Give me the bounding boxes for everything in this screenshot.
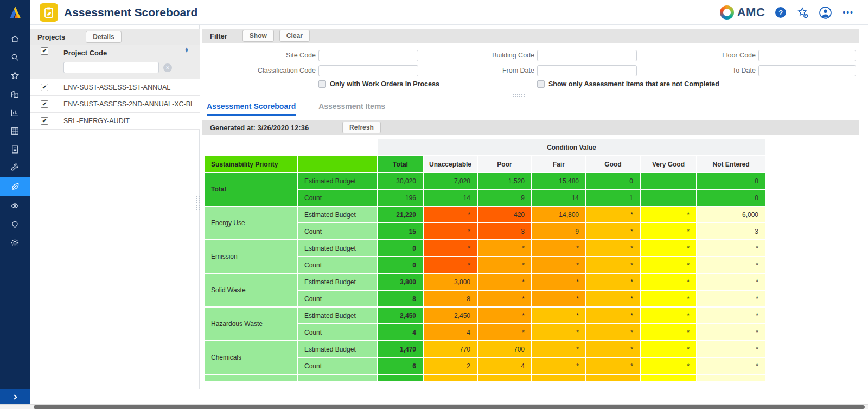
scoreboard-cell: 14,800 — [532, 207, 585, 222]
scoreboard-cell: 0 — [697, 190, 765, 206]
sidebar-item-search[interactable] — [0, 48, 30, 66]
scoreboard-cell: * — [697, 341, 765, 357]
scoreboard-cell: 420 — [478, 207, 531, 222]
tab-assessment-scoreboard[interactable]: Assessment Scoreboard — [207, 102, 296, 116]
project-row[interactable]: ✔ SRL-ENERGY-AUDIT — [30, 113, 200, 130]
select-all-checkbox[interactable]: ✔ — [41, 47, 48, 55]
app-logo[interactable] — [0, 0, 30, 25]
scoreboard-cell: 21,220 — [378, 207, 423, 222]
to-date-label: To Date — [663, 67, 756, 74]
sort-icon[interactable]: ▲ ▼ — [184, 48, 189, 53]
gear-icon — [10, 238, 20, 247]
scoreboard-cell: * — [424, 207, 477, 222]
scoreboard-cell: 2,450 — [378, 308, 423, 323]
scrollbar-thumb[interactable] — [34, 405, 865, 409]
sidebar-item-home[interactable] — [0, 29, 30, 48]
sidebar-item-buildings[interactable] — [0, 85, 30, 103]
scoreboard-cell: 9 — [532, 223, 585, 239]
sidebar-item-documents[interactable] — [0, 140, 30, 158]
scoreboard-cell: 6 — [378, 358, 423, 374]
lightbulb-icon — [10, 220, 20, 229]
project-row[interactable]: ✔ ENV-SUST-ASSESS-2ND-ANNUAL-XC-BL — [30, 96, 200, 113]
projects-header: Projects Details — [30, 29, 200, 45]
scoreboard-cell: * — [478, 308, 531, 323]
scoreboard-cell: 0 — [378, 240, 423, 256]
site-code-input[interactable] — [318, 50, 418, 61]
chevron-right-icon — [12, 394, 18, 400]
column-header-fair: Fair — [532, 156, 585, 172]
project-code: ENV-SUST-ASSESS-1ST-ANNUAL — [63, 84, 170, 91]
sidebar-item-insights[interactable] — [0, 215, 30, 233]
sidebar-item-favorites[interactable] — [0, 66, 30, 85]
scoreboard-cell: 15 — [378, 223, 423, 239]
building-code-label: Building Code — [442, 52, 534, 59]
row-checkbox[interactable]: ✔ — [41, 117, 48, 125]
metric-label: Estimated Budget — [298, 173, 377, 189]
metric-label: Count — [298, 358, 377, 374]
sidebar-item-sustainability[interactable] — [0, 177, 30, 196]
scoreboard-cell: 6,000 — [697, 207, 765, 222]
sidebar-item-reports[interactable] — [0, 103, 30, 122]
column-header-unacceptable: Unacceptable — [424, 156, 477, 172]
scoreboard-cell: * — [586, 358, 640, 374]
project-row[interactable]: ✔ ENV-SUST-ASSESS-1ST-ANNUAL — [30, 79, 200, 96]
scoreboard-cell: * — [641, 308, 696, 323]
scoreboard-cell: * — [478, 240, 531, 256]
not-completed-checkbox[interactable] — [537, 80, 545, 88]
scoreboard-cell: * — [586, 274, 640, 290]
scoreboard-cell — [641, 173, 696, 189]
scoreboard-cell: * — [532, 240, 585, 256]
sidebar-item-overview[interactable] — [0, 196, 30, 215]
tab-assessment-items[interactable]: Assessment Items — [318, 102, 385, 116]
clear-filter-icon[interactable]: ✕ — [163, 63, 172, 72]
project-code-filter-input[interactable] — [63, 62, 159, 73]
scoreboard-cell: * — [532, 257, 585, 273]
row-checkbox[interactable]: ✔ — [41, 100, 48, 108]
vertical-splitter-handle[interactable] — [196, 195, 201, 210]
horizontal-splitter-handle[interactable] — [512, 93, 526, 98]
sidebar-item-planner[interactable] — [0, 122, 30, 140]
priority-label: Emission — [205, 240, 297, 273]
scoreboard-table: Condition Value Sustainability Priority … — [203, 138, 766, 382]
more-icon[interactable]: ••• — [843, 8, 854, 17]
to-date-input[interactable] — [758, 65, 856, 76]
refresh-button[interactable]: Refresh — [342, 122, 381, 133]
metric-label: Estimated Budget — [298, 308, 377, 323]
star-add-icon[interactable] — [796, 7, 808, 18]
scoreboard-cell: * — [641, 274, 696, 290]
sidebar-item-maintenance[interactable] — [0, 158, 30, 177]
user-icon[interactable] — [819, 6, 832, 20]
details-button[interactable]: Details — [86, 31, 121, 43]
classification-code-input[interactable] — [318, 65, 418, 76]
floor-code-input[interactable] — [758, 50, 856, 61]
scoreboard-cell: * — [641, 358, 696, 374]
wrench-icon — [10, 163, 20, 172]
metric-label: Count — [298, 257, 377, 273]
building-code-input[interactable] — [537, 50, 637, 61]
scoreboard-cell: * — [641, 240, 696, 256]
clear-button[interactable]: Clear — [279, 30, 310, 42]
assessment-clipboard-icon — [40, 3, 58, 22]
scoreboard-cell: 14 — [424, 190, 477, 206]
scoreboard-cell — [424, 375, 477, 381]
help-icon[interactable]: ? — [775, 7, 786, 18]
scoreboard-cell — [586, 375, 640, 381]
scoreboard-cell: * — [586, 291, 640, 306]
sidebar-expand-button[interactable] — [0, 389, 30, 405]
scoreboard-cell: 3 — [697, 223, 765, 239]
scoreboard-cell: 1,520 — [478, 173, 531, 189]
scoreboard-cell: * — [697, 358, 765, 374]
scoreboard-cell: * — [532, 358, 585, 374]
from-date-input[interactable] — [537, 65, 637, 76]
scoreboard-cell: * — [641, 341, 696, 357]
project-code-column-header[interactable]: Project Code — [63, 49, 107, 57]
work-orders-checkbox[interactable] — [318, 80, 326, 88]
column-header-very-good: Very Good — [641, 156, 696, 172]
top-bar: Assessment Scoreboard AMC ? ••• — [0, 0, 868, 25]
scoreboard-cell: * — [424, 223, 477, 239]
row-checkbox[interactable]: ✔ — [41, 84, 48, 91]
scoreboard-cell: * — [586, 223, 640, 239]
sidebar-item-settings[interactable] — [0, 233, 30, 252]
show-button[interactable]: Show — [242, 30, 274, 42]
generated-at-text: Generated at: 3/26/2020 12:36 — [210, 124, 309, 132]
